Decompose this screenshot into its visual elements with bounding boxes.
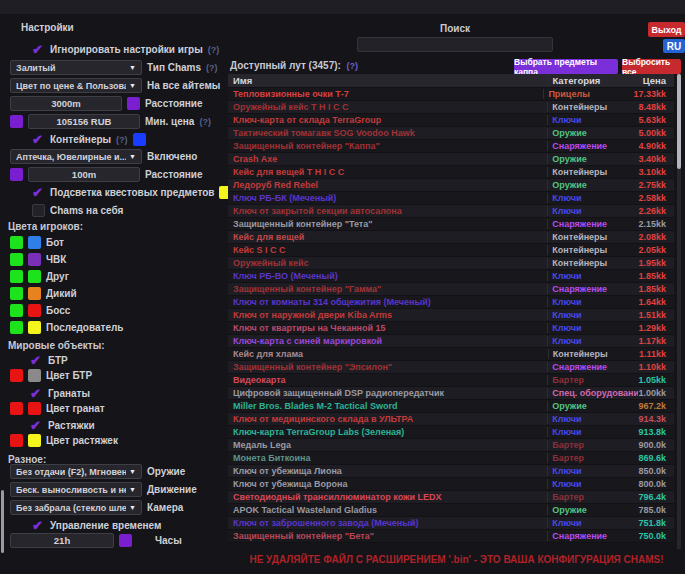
containers-distance-color-swatch[interactable] — [10, 168, 23, 181]
table-row[interactable]: Ключ от квартиры на Чеканной 15Ключи1.29… — [228, 322, 674, 335]
table-row[interactable]: Медаль LegaБартер900.0k — [228, 439, 674, 452]
settings-scrollbar[interactable] — [1, 490, 4, 553]
item-category: Ключи — [547, 323, 638, 333]
player-color-swatch-2[interactable] — [28, 321, 41, 334]
player-color-row: Дикий — [10, 286, 232, 301]
help-icon[interactable]: (?) — [346, 61, 358, 71]
table-row[interactable]: APOK Tactical Wasteland GladiusОружие785… — [228, 504, 674, 517]
player-color-swatch-2[interactable] — [28, 287, 41, 300]
table-row[interactable]: Защищенный контейнер "Каппа"Снаряжение4.… — [228, 140, 674, 153]
table-row[interactable]: Монета БиткоинаБартер869.6k — [228, 452, 674, 465]
chams-type-select[interactable]: Залитый ▼ — [10, 60, 142, 75]
search-input[interactable] — [357, 37, 553, 52]
camera-select[interactable]: Без забрала (стекло шлема) ▼ — [10, 500, 142, 515]
table-row[interactable]: Кейс S I C CКонтейнеры2.05kk — [228, 244, 674, 257]
table-row[interactable]: Светодиодный трансиллюминатор кожи LEDXБ… — [228, 491, 674, 504]
table-row[interactable]: Ключ от заброшенного завода (Меченый)Клю… — [228, 517, 674, 530]
player-color-swatch-1[interactable] — [10, 287, 23, 300]
table-row[interactable]: Ключ от медицинского склада в УЛЬТРАКлюч… — [228, 413, 674, 426]
table-row[interactable]: Ключ-карта с синей маркировкойКлючи1.17k… — [228, 335, 674, 348]
all-items-select[interactable]: Цвет по цене & Пользователь ▼ — [10, 78, 142, 93]
movement-select[interactable]: Беск. выносливость и нет уста ▼ — [10, 482, 142, 497]
help-icon[interactable]: (?) — [199, 117, 211, 127]
tripwire-color-swatch-2[interactable] — [28, 434, 41, 447]
item-name: Тепловизионные очки Т-7 — [228, 89, 543, 99]
column-header-category[interactable]: Категория — [547, 75, 638, 86]
player-color-swatch-1[interactable] — [10, 321, 23, 334]
player-color-swatch-1[interactable] — [10, 270, 23, 283]
item-price: 3.10kk — [638, 167, 674, 177]
table-row[interactable]: Ключ от убежища ЛионаКлючи850.0k — [228, 465, 674, 478]
table-row[interactable]: Защищенный контейнер "Эпсилон"Снаряжение… — [228, 361, 674, 374]
table-row[interactable]: Ключ от наружной двери Kiba ArmsКлючи1.5… — [228, 309, 674, 322]
hours-color-swatch[interactable] — [119, 534, 132, 547]
hours-row: Часы — [10, 533, 232, 548]
containers-categories-select[interactable]: Аптечка, Ювелирные и... ▼ — [10, 149, 142, 164]
player-color-swatch-1[interactable] — [10, 236, 23, 249]
btr-color-swatch-1[interactable] — [10, 369, 23, 382]
min-price-color-swatch[interactable] — [10, 115, 23, 128]
table-row[interactable]: Ключ от комнаты 314 общежития (Меченый)К… — [228, 296, 674, 309]
table-row[interactable]: Ключ от убежища ВоронаКлючи800.0k — [228, 478, 674, 491]
table-row[interactable]: Кейс для вещей T H I C CКонтейнеры3.10kk — [228, 166, 674, 179]
table-row[interactable]: Кейс для вещейКонтейнеры2.08kk — [228, 231, 674, 244]
player-color-swatch-2[interactable] — [28, 304, 41, 317]
tripwires-checkbox[interactable]: ✔ Растяжки — [28, 418, 232, 433]
help-icon[interactable]: (?) — [208, 45, 220, 55]
table-row[interactable]: Ключ РБ-БК (Меченый)Ключи2.58kk — [228, 192, 674, 205]
loot-scrollbar-thumb[interactable] — [677, 74, 681, 169]
table-row[interactable]: Тактический томагавк SOG Voodoo HawkОруж… — [228, 127, 674, 140]
grenade-color-swatch-2[interactable] — [28, 402, 41, 415]
btr-color-swatch-2[interactable] — [28, 369, 41, 382]
min-price-input[interactable] — [28, 114, 140, 129]
table-row[interactable]: Miller Bros. Blades M-2 Tactical SwordОр… — [228, 400, 674, 413]
item-name: Ключ-карта с синей маркировкой — [228, 336, 547, 346]
self-chams-checkbox[interactable]: Chams на себя — [32, 203, 232, 218]
table-row[interactable]: Цифровой защищенный DSP радиопередатчикС… — [228, 387, 674, 400]
select-kappa-items-button[interactable]: Выбрать предметы каппа — [514, 59, 618, 74]
help-icon[interactable]: (?) — [206, 63, 218, 73]
weapon-select[interactable]: Без отдачи (F2), Мгновенное п ▼ — [10, 464, 142, 479]
table-row[interactable]: Ключ РБ-ВО (Меченый)Ключи1.85kk — [228, 270, 674, 283]
table-row[interactable]: ВидеокартаБартер1.05kk — [228, 374, 674, 387]
item-name: Miller Bros. Blades M-2 Tactical Sword — [228, 401, 547, 411]
hours-input[interactable] — [10, 533, 114, 548]
table-row[interactable]: Защищенный контейнер "Бета"Снаряжение750… — [228, 530, 674, 543]
table-row[interactable]: Кейс для хламаКонтейнеры1.11kk — [228, 348, 674, 361]
table-row[interactable]: Ключ от закрытой секции автосалонаКлючи2… — [228, 205, 674, 218]
distance-input[interactable] — [10, 96, 122, 111]
grenade-color-swatch-1[interactable] — [10, 402, 23, 415]
exit-button[interactable]: Выход — [648, 22, 685, 37]
player-color-swatch-2[interactable] — [28, 270, 41, 283]
ignore-game-settings-checkbox[interactable]: ✔ Игнорировать настройки игры (?) — [30, 42, 232, 57]
table-row[interactable]: Защищенный контейнер "Гамма"Снаряжение1.… — [228, 283, 674, 296]
btr-checkbox[interactable]: ✔ БТР — [28, 353, 232, 368]
containers-checkbox[interactable]: ✔ Контейнеры (?) — [30, 132, 232, 147]
table-row[interactable]: Crash AxeОружие3.40kk — [228, 153, 674, 166]
player-color-swatch-1[interactable] — [10, 253, 23, 266]
config-warning-text: НЕ УДАЛЯЙТЕ ФАЙЛ С РАСШИРЕНИЕМ '.bin' - … — [228, 554, 685, 565]
containers-distance-input[interactable] — [28, 167, 140, 182]
tripwire-color-swatch-1[interactable] — [10, 434, 23, 447]
time-control-checkbox[interactable]: ✔ Управление временем — [30, 518, 232, 533]
table-row[interactable]: Ключ-карта от склада TerraGroupКлючи5.63… — [228, 114, 674, 127]
containers-color-swatch[interactable] — [133, 133, 146, 146]
column-header-name[interactable]: Имя — [228, 75, 547, 86]
column-header-price[interactable]: Цена — [639, 75, 674, 86]
player-color-swatch-2[interactable] — [28, 236, 41, 249]
table-row[interactable]: Тепловизионные очки Т-7Прицелы17.33kk — [228, 88, 674, 101]
table-row[interactable]: Оружейный кейсКонтейнеры1.95kk — [228, 257, 674, 270]
table-row[interactable]: Защищенный контейнер "Тета"Снаряжение2.1… — [228, 218, 674, 231]
discard-all-button[interactable]: Выбросить все — [622, 59, 681, 74]
player-color-swatch-1[interactable] — [10, 304, 23, 317]
grenades-checkbox[interactable]: ✔ Гранаты — [28, 386, 232, 401]
quest-highlight-checkbox[interactable]: ✔ Подсветка квестовых предметов — [30, 185, 232, 200]
player-color-swatch-2[interactable] — [28, 253, 41, 266]
table-row[interactable]: Ледоруб Red RebelОружие2.75kk — [228, 179, 674, 192]
language-button[interactable]: RU — [663, 39, 685, 53]
table-row[interactable]: Ключ-карта TerraGroup Labs (Зеленая)Ключ… — [228, 426, 674, 439]
distance-color-swatch[interactable] — [127, 97, 140, 110]
help-icon[interactable]: (?) — [116, 135, 128, 145]
item-category: Контейнеры — [547, 245, 638, 255]
table-row[interactable]: Оружейный кейс T H I C CКонтейнеры8.48kk — [228, 101, 674, 114]
